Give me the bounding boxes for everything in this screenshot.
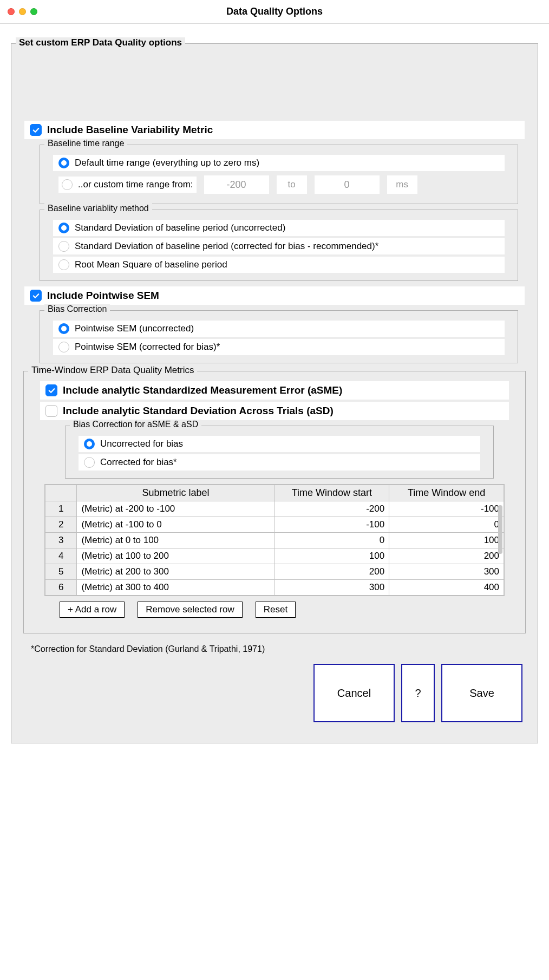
row-start[interactable]: 0: [274, 533, 389, 548]
asme-bias-opt2-label: Corrected for bias*: [100, 457, 177, 468]
sem-bias-opt1-label: Pointwise SEM (uncorrected): [75, 323, 194, 334]
asme-bias-legend: Bias Correction for aSME & aSD: [70, 420, 201, 429]
row-label[interactable]: (Metric) at -200 to -100: [77, 501, 274, 517]
sem-bias-fieldset: Bias Correction Pointwise SEM (uncorrect…: [40, 310, 518, 363]
radio-icon[interactable]: [58, 259, 69, 270]
radio-icon[interactable]: [58, 241, 69, 252]
row-label[interactable]: (Metric) at 0 to 100: [77, 533, 274, 548]
main-fieldset: Set custom ERP Data Quality options Incl…: [11, 43, 538, 743]
row-end[interactable]: 200: [389, 548, 504, 564]
include-sem-label: Include Pointwise SEM: [47, 290, 159, 302]
baseline-range-default-row[interactable]: Default time range (everything up to zer…: [53, 155, 505, 171]
reset-button[interactable]: Reset: [256, 602, 296, 618]
sem-bias-opt2-row[interactable]: Pointwise SEM (corrected for bias)*: [53, 339, 505, 355]
row-index: 3: [45, 533, 77, 548]
baseline-from-input[interactable]: [204, 175, 269, 194]
table-row[interactable]: 1(Metric) at -200 to -100-200-100: [45, 501, 504, 517]
row-label[interactable]: (Metric) at -100 to 0: [77, 517, 274, 533]
cancel-button[interactable]: Cancel: [313, 664, 395, 722]
sem-bias-opt2-label: Pointwise SEM (corrected for bias)*: [75, 342, 220, 352]
help-button[interactable]: ?: [401, 664, 435, 722]
baseline-range-legend: Baseline time range: [44, 139, 127, 148]
baseline-method-opt2-label: Standard Deviation of baseline period (c…: [75, 241, 378, 252]
baseline-range-custom-row[interactable]: ..or custom time range from: to ms: [53, 173, 505, 196]
include-asd-check-row[interactable]: Include analytic Standard Deviation Acro…: [40, 402, 509, 420]
baseline-range-custom-label: ..or custom time range from:: [78, 179, 193, 190]
main-legend: Set custom ERP Data Quality options: [16, 37, 185, 48]
radio-icon[interactable]: [58, 342, 69, 352]
include-baseline-check-row[interactable]: Include Baseline Variability Metric: [24, 121, 525, 139]
table-header-start: Time Window start: [274, 485, 389, 501]
timewindow-fieldset: Time-Window ERP Data Quality Metrics Inc…: [23, 371, 526, 633]
include-baseline-label: Include Baseline Variability Metric: [47, 124, 213, 136]
include-sem-check-row[interactable]: Include Pointwise SEM: [24, 286, 525, 305]
add-row-button[interactable]: + Add a row: [60, 602, 125, 618]
baseline-method-opt1-label: Standard Deviation of baseline period (u…: [75, 223, 285, 233]
radio-selected-icon[interactable]: [58, 223, 69, 233]
row-end[interactable]: 0: [389, 517, 504, 533]
baseline-to-input[interactable]: [315, 175, 380, 194]
timewindow-legend: Time-Window ERP Data Quality Metrics: [28, 365, 197, 376]
row-index: 1: [45, 501, 77, 517]
checkbox-checked-icon[interactable]: [30, 124, 42, 136]
baseline-method-legend: Baseline variablity method: [44, 204, 152, 213]
row-start[interactable]: 100: [274, 548, 389, 564]
sem-bias-legend: Bias Correction: [44, 304, 110, 314]
row-index: 6: [45, 580, 77, 596]
row-label[interactable]: (Metric) at 300 to 400: [77, 580, 274, 596]
checkbox-checked-icon[interactable]: [45, 384, 57, 396]
save-button[interactable]: Save: [441, 664, 522, 722]
baseline-method-opt3-row[interactable]: Root Mean Square of baseline period: [53, 257, 505, 273]
row-label[interactable]: (Metric) at 200 to 300: [77, 564, 274, 580]
row-end[interactable]: 400: [389, 580, 504, 596]
baseline-method-fieldset: Baseline variablity method Standard Devi…: [40, 210, 518, 281]
submetric-table-wrap: Submetric label Time Window start Time W…: [44, 484, 505, 596]
row-label[interactable]: (Metric) at 100 to 200: [77, 548, 274, 564]
checkbox-unchecked-icon[interactable]: [45, 405, 57, 417]
row-index: 2: [45, 517, 77, 533]
baseline-to-label: to: [277, 175, 307, 194]
radio-selected-icon[interactable]: [58, 158, 69, 168]
table-row[interactable]: 2(Metric) at -100 to 0-1000: [45, 517, 504, 533]
table-header-blank: [45, 485, 77, 501]
radio-selected-icon[interactable]: [58, 323, 69, 334]
row-start[interactable]: 300: [274, 580, 389, 596]
row-start[interactable]: -200: [274, 501, 389, 517]
radio-icon[interactable]: [62, 179, 73, 190]
baseline-unit-label: ms: [387, 175, 417, 194]
scrollbar[interactable]: [498, 505, 502, 554]
row-start[interactable]: 200: [274, 564, 389, 580]
sem-bias-opt1-row[interactable]: Pointwise SEM (uncorrected): [53, 321, 505, 337]
row-end[interactable]: -100: [389, 501, 504, 517]
footnote: *Correction for Standard Deviation (Gurl…: [31, 644, 524, 654]
asme-bias-opt1-row[interactable]: Uncorrected for bias: [79, 436, 480, 452]
asme-bias-fieldset: Bias Correction for aSME & aSD Uncorrect…: [65, 426, 494, 479]
window-title: Data Quality Options: [0, 6, 549, 17]
baseline-method-opt1-row[interactable]: Standard Deviation of baseline period (u…: [53, 220, 505, 236]
row-end[interactable]: 300: [389, 564, 504, 580]
submetric-table[interactable]: Submetric label Time Window start Time W…: [45, 485, 504, 596]
baseline-method-opt2-row[interactable]: Standard Deviation of baseline period (c…: [53, 238, 505, 254]
row-start[interactable]: -100: [274, 517, 389, 533]
titlebar: Data Quality Options: [0, 0, 549, 24]
table-row[interactable]: 5(Metric) at 200 to 300200300: [45, 564, 504, 580]
radio-selected-icon[interactable]: [84, 439, 95, 449]
baseline-range-default-label: Default time range (everything up to zer…: [75, 158, 259, 168]
asme-bias-opt2-row[interactable]: Corrected for bias*: [79, 454, 480, 471]
table-header-label: Submetric label: [77, 485, 274, 501]
include-asd-label: Include analytic Standard Deviation Acro…: [63, 405, 334, 417]
include-asme-check-row[interactable]: Include analytic Standardized Measuremen…: [40, 381, 509, 400]
radio-icon[interactable]: [84, 457, 95, 468]
row-index: 5: [45, 564, 77, 580]
row-index: 4: [45, 548, 77, 564]
remove-row-button[interactable]: Remove selected row: [138, 602, 242, 618]
baseline-method-opt3-label: Root Mean Square of baseline period: [75, 259, 227, 270]
include-asme-label: Include analytic Standardized Measuremen…: [63, 384, 342, 396]
asme-bias-opt1-label: Uncorrected for bias: [100, 439, 183, 449]
table-row[interactable]: 3(Metric) at 0 to 1000100: [45, 533, 504, 548]
table-row[interactable]: 4(Metric) at 100 to 200100200: [45, 548, 504, 564]
row-end[interactable]: 100: [389, 533, 504, 548]
table-row[interactable]: 6(Metric) at 300 to 400300400: [45, 580, 504, 596]
checkbox-checked-icon[interactable]: [30, 290, 42, 302]
table-header-end: Time Window end: [389, 485, 504, 501]
